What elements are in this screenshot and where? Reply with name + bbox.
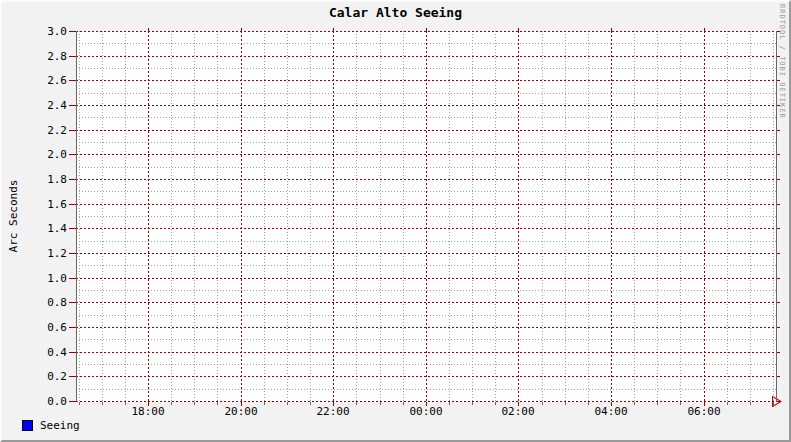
gridline-v-major bbox=[518, 31, 519, 402]
x-tick-label: 06:00 bbox=[687, 405, 720, 418]
gridline-h-major bbox=[76, 130, 776, 131]
y-major-tick-left bbox=[69, 302, 76, 303]
x-minor-tick bbox=[356, 402, 357, 405]
gridline-v-minor bbox=[287, 31, 288, 402]
y-tick-label: 2.0 bbox=[31, 148, 67, 161]
x-minor-tick bbox=[79, 402, 80, 405]
y-major-tick-left bbox=[69, 56, 76, 57]
gridline-v-minor bbox=[264, 31, 265, 402]
x-tick-label: 18:00 bbox=[131, 405, 164, 418]
gridline-h-major bbox=[76, 31, 776, 32]
x-minor-tick bbox=[727, 402, 728, 405]
gridline-v-minor bbox=[79, 31, 80, 402]
gridline-v-minor bbox=[542, 31, 543, 402]
gridline-h-major bbox=[76, 253, 776, 254]
y-tick-label: 1.0 bbox=[31, 272, 67, 285]
x-tick-label: 20:00 bbox=[224, 405, 257, 418]
gridline-v-minor bbox=[102, 31, 103, 402]
gridline-v-minor bbox=[217, 31, 218, 402]
gridline-v-minor bbox=[472, 31, 473, 402]
y-major-tick-left bbox=[69, 278, 76, 279]
gridline-v-major bbox=[611, 31, 612, 402]
y-tick-label: 0.6 bbox=[31, 321, 67, 334]
gridline-v-minor bbox=[310, 31, 311, 402]
x-minor-tick bbox=[634, 402, 635, 405]
y-axis-label: Arc Seconds bbox=[7, 180, 20, 253]
x-minor-tick bbox=[472, 402, 473, 405]
y-major-tick-left bbox=[69, 80, 76, 81]
gridline-v-minor bbox=[588, 31, 589, 402]
y-axis-line bbox=[76, 31, 77, 402]
gridline-v-major bbox=[704, 31, 705, 402]
y-tick-label: 1.6 bbox=[31, 198, 67, 211]
y-tick-label: 1.8 bbox=[31, 173, 67, 186]
gridline-v-major bbox=[148, 31, 149, 402]
chart-title: Calar Alto Seeing bbox=[2, 5, 789, 20]
x-tick-label: 04:00 bbox=[594, 405, 627, 418]
y-tick-label: 0.0 bbox=[31, 395, 67, 408]
gridline-v-major bbox=[241, 31, 242, 402]
gridline-v-minor bbox=[657, 31, 658, 402]
gridline-h-major bbox=[76, 302, 776, 303]
y-major-tick-left bbox=[69, 401, 76, 402]
gridline-v-minor bbox=[356, 31, 357, 402]
gridline-h-major bbox=[76, 352, 776, 353]
x-tick-label: 00:00 bbox=[409, 405, 442, 418]
y-tick-label: 2.2 bbox=[31, 124, 67, 137]
gridline-v-minor bbox=[194, 31, 195, 402]
gridline-h-major bbox=[76, 327, 776, 328]
x-minor-tick bbox=[588, 402, 589, 405]
y-major-tick-left bbox=[69, 130, 76, 131]
y-major-tick-left bbox=[69, 327, 76, 328]
x-tick-label: 22:00 bbox=[316, 405, 349, 418]
gridline-h-major bbox=[76, 278, 776, 279]
gridline-v-major bbox=[426, 31, 427, 402]
gridline-v-minor bbox=[634, 31, 635, 402]
watermark-text: RRDTOOL / TOBI OETIKER bbox=[778, 4, 786, 119]
x-minor-tick bbox=[565, 402, 566, 405]
gridline-v-minor bbox=[171, 31, 172, 402]
y-major-tick-left bbox=[69, 352, 76, 353]
gridline-h-major bbox=[76, 154, 776, 155]
gridline-v-minor bbox=[495, 31, 496, 402]
x-minor-tick bbox=[680, 402, 681, 405]
gridline-h-major bbox=[76, 80, 776, 81]
x-minor-tick bbox=[495, 402, 496, 405]
y-tick-label: 1.2 bbox=[31, 247, 67, 260]
x-minor-tick bbox=[449, 402, 450, 405]
x-tick-label: 02:00 bbox=[501, 405, 534, 418]
plot-area: 18:0020:0022:0000:0002:0004:0006:000.00.… bbox=[76, 31, 776, 402]
right-frame-line bbox=[776, 31, 777, 402]
gridline-v-minor bbox=[727, 31, 728, 402]
gridline-h-major bbox=[76, 228, 776, 229]
gridline-h-major bbox=[76, 56, 776, 57]
y-major-tick-left bbox=[69, 179, 76, 180]
gridline-v-major bbox=[333, 31, 334, 402]
gridline-v-minor bbox=[449, 31, 450, 402]
gridline-h-major bbox=[76, 204, 776, 205]
gridline-v-minor bbox=[403, 31, 404, 402]
y-major-tick-left bbox=[69, 253, 76, 254]
rrdtool-graph: Calar Alto Seeing Arc Seconds RRDTOOL / … bbox=[0, 0, 791, 442]
gridline-v-minor bbox=[750, 31, 751, 402]
y-tick-label: 3.0 bbox=[31, 25, 67, 38]
y-major-tick-left bbox=[69, 228, 76, 229]
legend-label: Seeing bbox=[40, 419, 80, 432]
y-tick-label: 0.4 bbox=[31, 346, 67, 359]
y-major-tick-left bbox=[69, 154, 76, 155]
x-minor-tick bbox=[773, 402, 774, 405]
y-tick-label: 0.8 bbox=[31, 296, 67, 309]
x-minor-tick bbox=[264, 402, 265, 405]
y-tick-label: 1.4 bbox=[31, 222, 67, 235]
x-minor-tick bbox=[380, 402, 381, 405]
x-minor-tick bbox=[194, 402, 195, 405]
gridline-h-major bbox=[76, 376, 776, 377]
gridline-v-minor bbox=[773, 31, 774, 402]
x-minor-tick bbox=[171, 402, 172, 405]
gridline-v-minor bbox=[565, 31, 566, 402]
y-tick-label: 0.2 bbox=[31, 370, 67, 383]
y-major-tick-left bbox=[69, 204, 76, 205]
x-minor-tick bbox=[403, 402, 404, 405]
x-minor-tick bbox=[657, 402, 658, 405]
legend: Seeing bbox=[22, 419, 80, 432]
